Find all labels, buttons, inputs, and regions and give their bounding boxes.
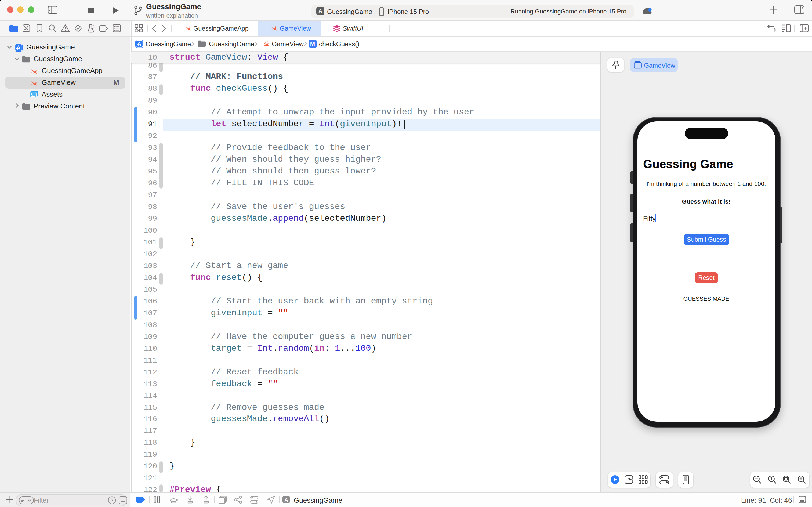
svg-text:1: 1: [770, 476, 772, 482]
